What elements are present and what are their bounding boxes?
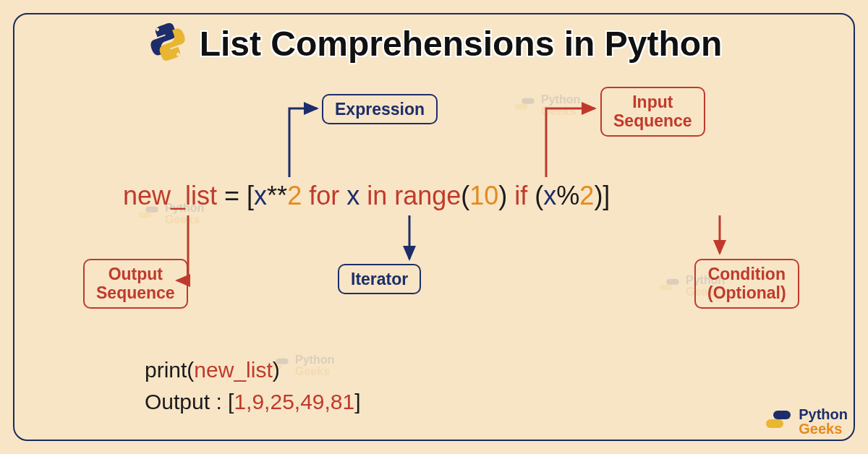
svg-rect-9	[773, 411, 791, 419]
print-call-open: print(	[145, 358, 194, 382]
svg-rect-5	[522, 98, 534, 104]
label-condition-l2: (Optional)	[707, 283, 786, 302]
code-token-newlist: new_list	[123, 181, 217, 210]
code-token-if: if	[514, 181, 527, 210]
svg-rect-8	[766, 419, 783, 428]
code-token-in: in	[359, 181, 394, 210]
output-close: ]	[354, 390, 360, 414]
label-input-l1: Input	[632, 93, 673, 111]
svg-rect-7	[666, 279, 678, 285]
code-token-x1: x	[254, 181, 267, 210]
code-token-lparen2: (	[527, 181, 543, 210]
label-input-l2: Sequence	[613, 111, 692, 130]
brand-logo: Python Geeks	[764, 406, 848, 437]
arrow-layer	[0, 0, 868, 454]
code-token-rparen: )	[498, 181, 514, 210]
svg-rect-6	[660, 285, 672, 291]
print-call-close: )	[273, 358, 280, 382]
code-token-close: )]	[594, 181, 610, 210]
code-token-eq-bracket: = [	[217, 181, 254, 210]
code-token-mod: %	[556, 181, 579, 210]
output-label: Output : [	[145, 390, 234, 414]
code-token-10: 10	[469, 181, 498, 210]
code-token-power: **	[267, 181, 287, 210]
print-line: print(new_list)	[145, 354, 361, 386]
label-output-l2: Sequence	[96, 283, 175, 302]
svg-rect-4	[515, 104, 527, 110]
brand-mark-icon	[764, 406, 793, 437]
code-token-2b: 2	[579, 181, 594, 210]
output-values: 1,9,25,49,81	[234, 390, 354, 414]
code-token-for: for	[302, 181, 346, 210]
print-output-block: print(new_list) Output : [1,9,25,49,81]	[145, 354, 361, 417]
label-iterator-text: Iterator	[351, 270, 408, 288]
code-token-x3: x	[543, 181, 556, 210]
watermark-icon: PythonGeeks	[514, 94, 580, 117]
label-condition-l1: Condition	[708, 265, 786, 283]
diagram-stage: PythonGeeks PythonGeeks PythonGeeks Pyth…	[0, 0, 868, 454]
code-token-2a: 2	[287, 181, 302, 210]
brand-line1: Python	[799, 407, 848, 421]
brand-text: Python Geeks	[799, 407, 848, 436]
label-expression-text: Expression	[335, 100, 425, 119]
code-token-lparen: (	[461, 181, 469, 210]
label-condition: Condition (Optional)	[694, 259, 799, 309]
label-input-sequence: Input Sequence	[600, 87, 705, 137]
label-iterator: Iterator	[338, 264, 421, 294]
code-token-range: range	[394, 181, 461, 210]
code-token-x2: x	[346, 181, 359, 210]
print-arg: new_list	[194, 358, 272, 382]
brand-line2: Geeks	[799, 421, 848, 436]
output-line: Output : [1,9,25,49,81]	[145, 386, 361, 418]
arrow-input-sequence	[546, 108, 595, 177]
arrow-expression	[289, 108, 317, 177]
code-expression: new_list = [x**2 for x in range(10) if (…	[123, 181, 610, 211]
label-output-sequence: Output Sequence	[83, 259, 188, 309]
svg-rect-0	[139, 213, 151, 218]
label-expression: Expression	[322, 94, 438, 124]
label-output-l1: Output	[109, 265, 163, 283]
